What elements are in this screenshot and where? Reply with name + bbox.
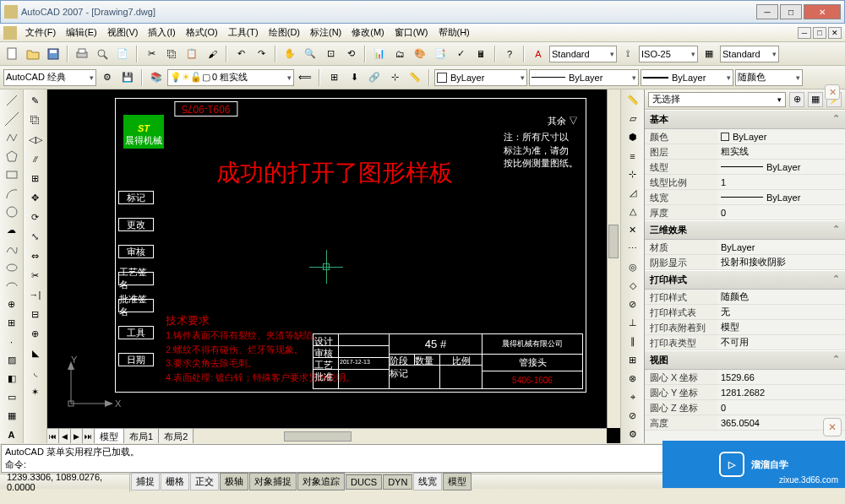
ortho-toggle[interactable]: 正交: [190, 473, 219, 490]
ducs-toggle[interactable]: DUCS: [346, 474, 382, 490]
toggle-pickadd-icon[interactable]: ⊕: [789, 92, 804, 107]
paste-icon[interactable]: 📋: [183, 45, 201, 63]
ucs-icon[interactable]: ⊹: [385, 68, 404, 87]
lwt-toggle[interactable]: 线宽: [413, 473, 442, 490]
tab-model[interactable]: 模型: [95, 429, 124, 443]
pline-icon[interactable]: [3, 128, 21, 146]
dyn-toggle[interactable]: DYN: [383, 474, 412, 490]
sheetset-icon[interactable]: 📑: [431, 45, 450, 63]
copy-obj-icon[interactable]: ⿻: [26, 111, 45, 129]
snap-ext-icon[interactable]: ⋯: [624, 240, 642, 257]
xref-icon[interactable]: 🔗: [365, 68, 384, 87]
lineweight-combo[interactable]: ByLayer▾: [641, 69, 733, 86]
snap-mid-icon[interactable]: △: [624, 203, 642, 220]
menu-view[interactable]: 视图(V): [102, 24, 144, 41]
chamfer-icon[interactable]: ◣: [26, 344, 45, 362]
menu-edit[interactable]: 编辑(E): [61, 24, 102, 41]
cut-icon[interactable]: ✂: [142, 45, 161, 63]
move-icon[interactable]: ✥: [26, 188, 45, 207]
spline-icon[interactable]: [3, 240, 21, 257]
measure-icon[interactable]: 📏: [406, 68, 424, 87]
point-icon[interactable]: ·: [3, 333, 21, 350]
tablestyle-combo[interactable]: Standard▾: [720, 46, 779, 62]
extend-icon[interactable]: →|: [26, 285, 45, 304]
plot-icon[interactable]: [73, 45, 91, 63]
snap-int-icon[interactable]: ✕: [624, 221, 642, 239]
arc-icon[interactable]: [3, 184, 21, 202]
zoom-prev-icon[interactable]: ⟲: [341, 45, 360, 63]
snap-end-icon[interactable]: ◿: [624, 184, 642, 202]
menu-insert[interactable]: 插入(I): [143, 24, 180, 41]
tool-palette-icon[interactable]: 🎨: [411, 45, 429, 63]
hatch-icon[interactable]: ▨: [3, 351, 21, 369]
tab-next[interactable]: ▶: [71, 429, 83, 443]
fillet-icon[interactable]: ◟: [26, 363, 45, 382]
vscrollbar[interactable]: [607, 89, 620, 428]
osnap-set-icon[interactable]: ⚙: [624, 425, 642, 443]
textstyle-combo[interactable]: Standard▾: [549, 46, 617, 62]
join-icon[interactable]: ⊕: [26, 324, 45, 343]
menu-draw[interactable]: 绘图(D): [264, 24, 305, 41]
mdi-minimize[interactable]: ─: [798, 27, 811, 39]
makeblock-icon[interactable]: ⊞: [3, 314, 21, 332]
zoom-win-icon[interactable]: ⊡: [321, 45, 340, 63]
markup-icon[interactable]: ✓: [451, 45, 470, 63]
gradient-icon[interactable]: ◧: [3, 370, 21, 387]
array-icon[interactable]: ⊞: [26, 169, 45, 187]
properties-icon[interactable]: 📊: [370, 45, 389, 63]
group-view[interactable]: 视图⌃: [645, 350, 845, 370]
ellipse-icon[interactable]: [3, 258, 21, 276]
panel-close-icon[interactable]: ✕: [825, 84, 840, 100]
drawing-canvas[interactable]: 9091-9075 ST晨得机械 成功的打开了图形样板 其余 ▽ 注：所有尺寸以…: [47, 89, 620, 443]
mtext-icon[interactable]: A: [3, 425, 21, 443]
polar-toggle[interactable]: 极轴: [220, 473, 248, 490]
snap-near-icon[interactable]: ⌖: [624, 388, 642, 406]
coordinate-display[interactable]: 1239.3306, 1089.0276, 0.0000: [3, 472, 130, 492]
open-icon[interactable]: [24, 45, 42, 63]
rectangle-icon[interactable]: [3, 165, 21, 183]
tab-prev[interactable]: ◀: [59, 429, 71, 443]
select-objects-icon[interactable]: ▦: [808, 92, 823, 107]
workspace-settings-icon[interactable]: ⚙: [98, 68, 117, 87]
ellipsearc-icon[interactable]: [3, 277, 21, 295]
snap-none-icon[interactable]: ⊘: [624, 407, 642, 425]
zoom-rt-icon[interactable]: 🔍: [301, 45, 319, 63]
color-combo[interactable]: ByLayer▾: [434, 69, 527, 86]
snap-node-icon[interactable]: ⊗: [624, 370, 642, 387]
tablestyle-icon[interactable]: ▦: [700, 45, 718, 63]
explode-icon[interactable]: ✶: [26, 382, 45, 401]
break-icon[interactable]: ⊟: [26, 305, 45, 323]
osnap-toggle[interactable]: 对象捕捉: [249, 473, 297, 490]
table-icon[interactable]: ▦: [3, 407, 21, 425]
copy-icon[interactable]: ⿻: [162, 45, 181, 63]
layer-mgr-icon[interactable]: 📚: [147, 68, 166, 87]
offset-icon[interactable]: ⫽: [26, 149, 45, 168]
undo-icon[interactable]: ↶: [232, 45, 250, 63]
match-icon[interactable]: 🖌: [203, 45, 221, 63]
snap-toggle[interactable]: 捕捉: [131, 473, 160, 490]
xline-icon[interactable]: [3, 110, 21, 127]
tab-layout2[interactable]: 布局2: [159, 429, 194, 443]
insertblock-icon[interactable]: ⊕: [3, 295, 21, 313]
dashboard-close-icon[interactable]: ✕: [823, 418, 842, 436]
snap-tan-icon[interactable]: ⊘: [624, 295, 642, 313]
redo-icon[interactable]: ↷: [252, 45, 270, 63]
circle-icon[interactable]: [3, 203, 21, 220]
stretch-icon[interactable]: ⇔: [26, 247, 45, 265]
otrack-toggle[interactable]: 对象追踪: [297, 473, 345, 490]
calc-icon[interactable]: 🖩: [472, 45, 490, 63]
close-button[interactable]: ✕: [804, 4, 841, 19]
line-icon[interactable]: [3, 91, 21, 109]
selection-combo[interactable]: 无选择▾: [648, 92, 786, 107]
grid-toggle[interactable]: 栅格: [161, 473, 189, 490]
plotstyle-combo[interactable]: 随颜色▾: [735, 69, 803, 86]
pan-icon[interactable]: ✋: [281, 45, 299, 63]
menu-file[interactable]: 文件(F): [20, 24, 61, 41]
revcloud-icon[interactable]: ☁: [3, 221, 21, 239]
publish-icon[interactable]: 📄: [113, 45, 132, 63]
group-3d[interactable]: 三维效果⌃: [645, 220, 845, 240]
insert-icon[interactable]: ⬇: [345, 68, 363, 87]
snap-ins-icon[interactable]: ⊞: [624, 351, 642, 369]
rotate-icon[interactable]: ⟳: [26, 208, 45, 226]
region-mass-icon[interactable]: ⬢: [624, 128, 642, 146]
